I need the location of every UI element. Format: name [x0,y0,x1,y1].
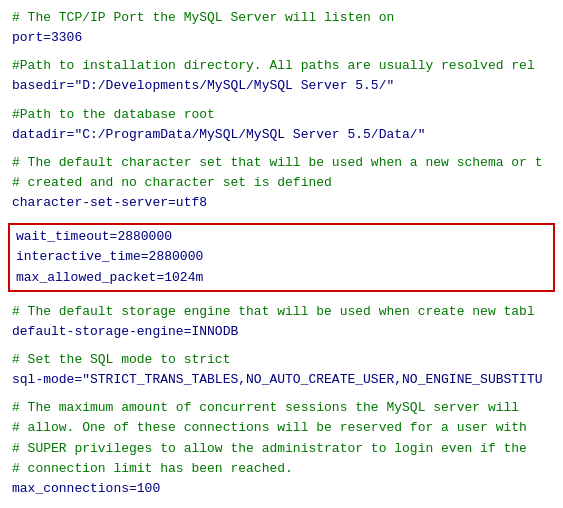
line-11: default-storage-engine=INNODB [0,322,563,342]
spacer [0,499,563,507]
spacer [0,342,563,350]
line-9: character-set-server=utf8 [0,193,563,213]
highlighted-settings: wait_timeout=2880000 interactive_time=28… [8,223,555,291]
line-3: #Path to installation directory. All pat… [0,56,563,76]
line-13: sql-mode="STRICT_TRANS_TABLES,NO_AUTO_CR… [0,370,563,390]
spacer [0,213,563,221]
spacer [0,294,563,302]
line-6: datadir="C:/ProgramData/MySQL/MySQL Serv… [0,125,563,145]
line-18: max_connections=100 [0,479,563,499]
highlight-line-3: max_allowed_packet=1024m [14,268,549,288]
line-8: # created and no character set is define… [0,173,563,193]
line-12: # Set the SQL mode to strict [0,350,563,370]
spacer [0,97,563,105]
spacer [0,145,563,153]
line-17: # connection limit has been reached. [0,459,563,479]
line-2: port=3306 [0,28,563,48]
highlight-line-1: wait_timeout=2880000 [14,227,549,247]
line-4: basedir="D:/Developments/MySQL/MySQL Ser… [0,76,563,96]
line-14: # The maximum amount of concurrent sessi… [0,398,563,418]
line-10: # The default storage engine that will b… [0,302,563,322]
line-5: #Path to the database root [0,105,563,125]
line-7: # The default character set that will be… [0,153,563,173]
highlight-line-2: interactive_time=2880000 [14,247,549,267]
line-16: # SUPER privileges to allow the administ… [0,439,563,459]
line-15: # allow. One of these connections will b… [0,418,563,438]
line-1: # The TCP/IP Port the MySQL Server will … [0,8,563,28]
spacer [0,390,563,398]
spacer [0,48,563,56]
code-editor: # The TCP/IP Port the MySQL Server will … [0,0,563,508]
